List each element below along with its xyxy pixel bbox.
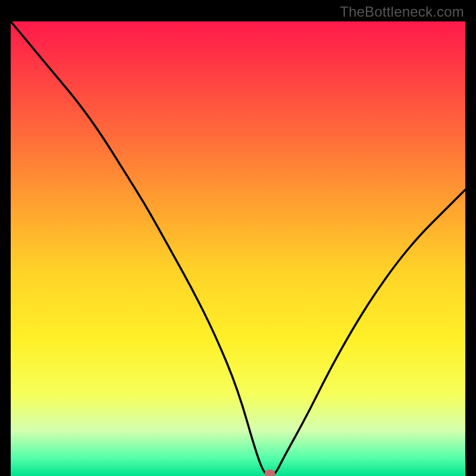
gradient-background xyxy=(11,21,465,476)
chart-frame: TheBottleneck.com xyxy=(0,0,476,476)
watermark-text: TheBottleneck.com xyxy=(340,4,464,20)
plot-area xyxy=(11,21,465,476)
chart-svg xyxy=(11,21,465,476)
